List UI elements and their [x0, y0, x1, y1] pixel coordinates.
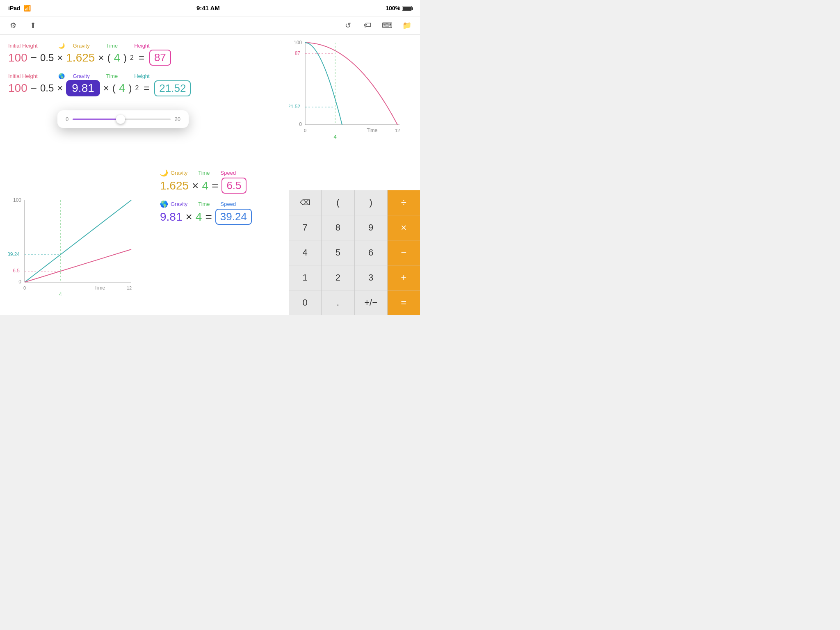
initial-height-val-1[interactable]: 100 — [8, 51, 27, 64]
calc-subtract[interactable]: − — [388, 240, 420, 265]
speed-moon-formula: 1.625 × 4 = 6.5 — [160, 178, 252, 194]
svg-text:100: 100 — [294, 40, 302, 46]
calc-8[interactable]: 8 — [322, 215, 354, 240]
svg-text:Time: Time — [367, 128, 378, 133]
right-section: 100 0 0 12 87 21.52 Time — [264, 34, 420, 315]
calc-0[interactable]: 0 — [289, 290, 321, 315]
status-bar: iPad 📶 9:41 AM 100% — [0, 0, 420, 16]
equals-2: = — [144, 82, 149, 94]
moon-gravity-val[interactable]: 1.625 — [160, 179, 189, 192]
speed-moon-section: 🌙 Gravity Time Speed 1.625 × 4 = 6.5 — [160, 169, 252, 194]
svg-text:12: 12 — [127, 285, 132, 290]
slider-popup: 0 20 — [57, 110, 189, 128]
calc-plusminus[interactable]: +/− — [355, 290, 387, 315]
calc-decimal[interactable]: . — [322, 290, 354, 315]
speed-label-earth: Speed — [221, 201, 236, 207]
status-left: iPad 📶 — [8, 5, 31, 11]
moon-times: × — [192, 179, 199, 192]
gravity-label-speed-earth: Gravity — [171, 201, 187, 207]
settings-button[interactable]: ⚙ — [7, 19, 20, 32]
time-label-speed-earth: Time — [198, 201, 210, 207]
exponent-1: 2 — [130, 54, 134, 62]
time-label-speed-moon: Time — [198, 170, 210, 176]
svg-text:39.24: 39.24 — [8, 251, 20, 257]
half-2: 0.5 — [40, 82, 54, 94]
calc-7[interactable]: 7 — [289, 215, 321, 240]
calc-equals[interactable]: = — [388, 290, 420, 315]
calc-5[interactable]: 5 — [322, 240, 354, 265]
calc-2[interactable]: 2 — [322, 265, 354, 290]
bottom-left-chart: 100 0 0 12 39.24 6.5 Time — [8, 196, 148, 303]
gravity-emoji-1: 🌙 — [58, 43, 65, 49]
slider-thumb[interactable] — [116, 115, 125, 124]
initial-height-val-2[interactable]: 100 — [8, 82, 27, 95]
ipad-label: iPad — [8, 5, 21, 11]
svg-text:4: 4 — [59, 291, 62, 297]
earth-time-val[interactable]: 4 — [196, 210, 202, 224]
gravity-val-1[interactable]: 1.625 — [66, 51, 95, 64]
svg-text:Time: Time — [94, 285, 105, 291]
speed-earth-formula: 9.81 × 4 = 39.24 — [160, 209, 252, 225]
calc-add[interactable]: + — [388, 265, 420, 290]
formula-section-moon: Initial Height 🌙 Gravity Time Height 100… — [8, 43, 256, 66]
calc-9[interactable]: 9 — [355, 215, 387, 240]
time-val-1[interactable]: 4 — [114, 51, 120, 64]
undo-button[interactable]: ↺ — [341, 19, 354, 32]
toolbar-left: ⚙ ⬆ — [7, 19, 39, 32]
exponent-2: 2 — [135, 84, 139, 92]
status-time: 9:41 AM — [196, 5, 220, 11]
tag-button[interactable]: 🏷 — [361, 19, 374, 32]
toolbar: ⚙ ⬆ ↺ 🏷 ⌨ 📁 — [0, 16, 420, 34]
calc-backspace[interactable]: ⌫ — [289, 190, 321, 215]
svg-line-6 — [25, 200, 131, 282]
svg-line-7 — [25, 249, 131, 282]
result-2[interactable]: 21.52 — [154, 80, 191, 96]
initial-height-label-1: Initial Height — [8, 43, 38, 49]
time-label-1: Time — [106, 43, 118, 49]
svg-text:0: 0 — [18, 279, 21, 285]
calc-1[interactable]: 1 — [289, 265, 321, 290]
svg-text:100: 100 — [13, 197, 21, 203]
earth-speed-result[interactable]: 39.24 — [215, 209, 252, 225]
calc-open-paren[interactable]: ( — [322, 190, 354, 215]
calc-4[interactable]: 4 — [289, 240, 321, 265]
times-3: × — [57, 82, 63, 94]
earth-times: × — [186, 210, 192, 224]
calc-multiply[interactable]: × — [388, 215, 420, 240]
calc-close-paren[interactable]: ) — [355, 190, 387, 215]
speed-chart-svg: 100 0 0 12 39.24 6.5 Time — [8, 196, 139, 303]
speed-earth-labels: 🌎 Gravity Time Speed — [160, 200, 252, 208]
share-button[interactable]: ⬆ — [26, 19, 39, 32]
calc-6[interactable]: 6 — [355, 240, 387, 265]
speed-label-moon: Speed — [221, 170, 236, 176]
equals-1: = — [139, 52, 144, 64]
svg-text:0: 0 — [23, 285, 26, 290]
earth-equals: = — [205, 210, 212, 224]
calc-divide[interactable]: ÷ — [388, 190, 420, 215]
main-content: Initial Height 🌙 Gravity Time Height 100… — [0, 34, 420, 315]
slider-track[interactable] — [73, 119, 170, 120]
top-chart-container: 100 0 0 12 87 21.52 Time — [264, 34, 420, 162]
gravity-label-2: Gravity — [73, 73, 90, 79]
calculator: ⌫ ( ) ÷ 7 8 9 × 4 5 6 − 1 2 3 + 0 . +/− … — [289, 190, 420, 315]
time-label-2: Time — [106, 73, 118, 79]
calc-3[interactable]: 3 — [355, 265, 387, 290]
folder-button[interactable]: 📁 — [400, 19, 413, 32]
result-1[interactable]: 87 — [149, 50, 171, 66]
svg-text:4: 4 — [333, 134, 336, 140]
moon-speed-result[interactable]: 6.5 — [221, 178, 246, 194]
half-1: 0.5 — [40, 52, 54, 64]
slider-max: 20 — [175, 116, 180, 122]
calculator-button[interactable]: ⌨ — [381, 19, 394, 32]
earth-emoji-speed: 🌎 — [160, 200, 168, 208]
close-paren-2: ) — [128, 82, 132, 94]
minus-2: − — [31, 82, 37, 95]
gravity-val-2[interactable]: 9.81 — [66, 80, 100, 96]
initial-height-label-2: Initial Height — [8, 73, 38, 79]
formula-row-2: 100 − 0.5 × 9.81 × ( 4 ) 2 = 21.52 — [8, 80, 256, 96]
height-chart-svg: 100 0 0 12 87 21.52 Time — [289, 39, 404, 145]
moon-time-val[interactable]: 4 — [202, 179, 208, 192]
time-val-2[interactable]: 4 — [119, 82, 126, 95]
speed-earth-section: 🌎 Gravity Time Speed 9.81 × 4 = 39.24 — [160, 200, 252, 225]
earth-gravity-val[interactable]: 9.81 — [160, 210, 183, 224]
